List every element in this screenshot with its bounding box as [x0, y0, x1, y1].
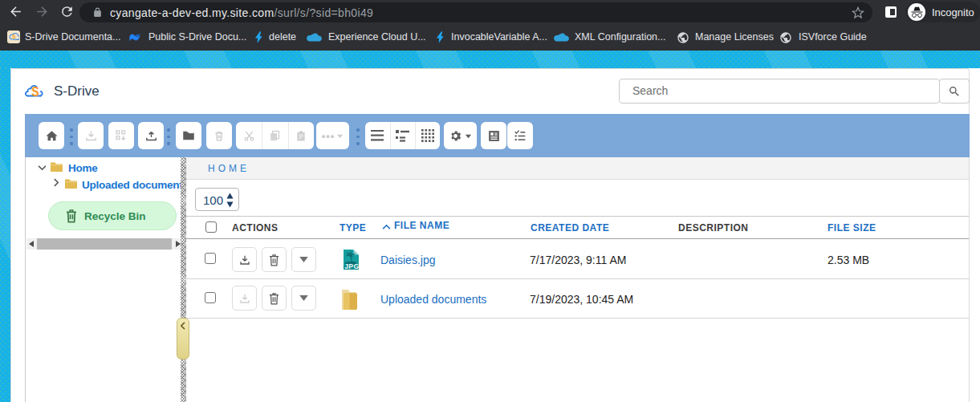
svg-text:JPG: JPG — [344, 262, 359, 270]
svg-text:S: S — [12, 34, 16, 39]
svg-text:S: S — [31, 84, 39, 97]
